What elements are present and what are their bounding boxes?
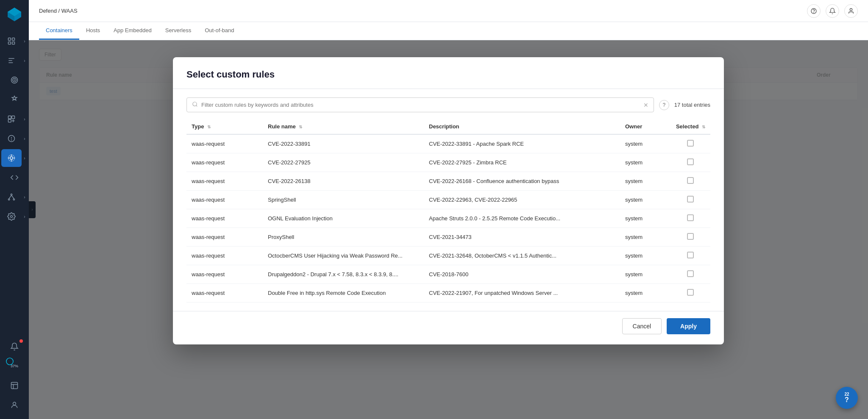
- apply-button[interactable]: Apply: [667, 318, 710, 334]
- table-row: waas-request ProxyShell CVE-2021-34473 s…: [186, 228, 710, 247]
- profile-icon-btn[interactable]: [844, 4, 858, 18]
- tab-app-embedded[interactable]: App Embedded: [107, 22, 159, 40]
- cell-selected-6[interactable]: [671, 247, 710, 265]
- main-content: Defend / WAAS Containers Hosts App Embed: [29, 0, 868, 419]
- sidebar-item-network[interactable]: ›: [0, 188, 29, 206]
- cell-desc-1: CVE-2022-27925 - Zimbra RCE: [424, 153, 620, 172]
- sidebar-alerts-icon[interactable]: [1, 130, 22, 147]
- sidebar-item-defend[interactable]: ›: [0, 149, 29, 167]
- cell-selected-4[interactable]: [671, 209, 710, 228]
- help-badge[interactable]: 22 ?: [836, 387, 858, 409]
- sidebar-item-settings[interactable]: ›: [0, 208, 29, 225]
- checkbox-8[interactable]: [687, 289, 694, 296]
- top-bar-actions: [807, 4, 858, 18]
- modal-help-icon[interactable]: ?: [659, 100, 669, 110]
- svg-rect-30: [11, 383, 18, 389]
- checkbox-5[interactable]: [687, 233, 694, 240]
- notifications-icon-btn[interactable]: [826, 4, 839, 18]
- modal-footer: Cancel Apply: [173, 311, 724, 344]
- checkbox-7[interactable]: [687, 270, 694, 277]
- sidebar-item-compliance[interactable]: [0, 91, 29, 108]
- cell-selected-8[interactable]: [671, 284, 710, 302]
- checkbox-6[interactable]: [687, 252, 694, 258]
- sidebar-bottom: 37%: [4, 338, 25, 414]
- tab-hosts[interactable]: Hosts: [79, 22, 107, 40]
- sidebar-bookmark-icon[interactable]: [4, 377, 25, 394]
- sidebar-code-icon[interactable]: [4, 169, 25, 186]
- svg-point-37: [193, 102, 197, 106]
- sidebar-item-user[interactable]: [4, 396, 25, 414]
- type-sort-icon[interactable]: ⇅: [207, 125, 211, 129]
- app-logo[interactable]: [5, 5, 24, 24]
- sidebar-item-monitor[interactable]: ›: [0, 52, 29, 69]
- sidebar-progress-icon[interactable]: 37%: [4, 357, 25, 375]
- checkbox-4[interactable]: [687, 214, 694, 221]
- cell-desc-2: CVE-2022-26168 - Confluence authenticati…: [424, 172, 620, 191]
- cell-selected-3[interactable]: [671, 191, 710, 209]
- sidebar-compliance-icon[interactable]: [4, 91, 25, 108]
- col-header-owner[interactable]: Owner: [620, 119, 671, 134]
- tab-containers[interactable]: Containers: [39, 22, 79, 40]
- sidebar-item-alerts[interactable]: ›: [0, 130, 29, 147]
- sidebar-network-icon[interactable]: [1, 188, 22, 206]
- tab-out-of-band[interactable]: Out-of-band: [198, 22, 241, 40]
- cell-selected-1[interactable]: [671, 153, 710, 172]
- checkbox-1[interactable]: [687, 158, 694, 165]
- sidebar-item-icon[interactable]: [1, 32, 22, 50]
- sidebar-item-radar[interactable]: [0, 71, 29, 89]
- selected-sort-icon[interactable]: ⇅: [702, 125, 705, 129]
- sidebar-settings-icon[interactable]: [1, 208, 22, 225]
- table-row: waas-request Double Free in http.sys Rem…: [186, 284, 710, 302]
- svg-rect-16: [8, 119, 11, 122]
- col-header-selected[interactable]: Selected ⇅: [671, 119, 710, 134]
- col-header-type[interactable]: Type ⇅: [186, 119, 263, 134]
- table-scroll[interactable]: Type ⇅ Rule name ⇅ Descripti: [186, 119, 710, 302]
- rules-table: Type ⇅ Rule name ⇅ Descripti: [186, 119, 710, 302]
- cell-name-2: CVE-2022-26138: [263, 172, 424, 191]
- sidebar-item-code[interactable]: [0, 169, 29, 186]
- search-input[interactable]: [201, 102, 640, 108]
- svg-line-38: [196, 105, 198, 107]
- rule-name-sort-icon[interactable]: ⇅: [299, 125, 302, 129]
- cell-type-0: waas-request: [186, 134, 263, 153]
- cell-type-4: waas-request: [186, 209, 263, 228]
- help-icon-btn[interactable]: [807, 4, 821, 18]
- sidebar-defend-icon[interactable]: [1, 149, 22, 167]
- checkbox-3[interactable]: [687, 196, 694, 203]
- checkbox-0[interactable]: [687, 140, 694, 147]
- breadcrumb-parent: Defend: [39, 8, 57, 14]
- sidebar-monitor-expand: ›: [22, 52, 28, 69]
- sidebar-item-investigate[interactable]: ›: [0, 110, 29, 128]
- sidebar-network-expand: ›: [22, 188, 28, 206]
- search-clear-icon[interactable]: ✕: [643, 102, 648, 108]
- cell-selected-0[interactable]: [671, 134, 710, 153]
- cell-selected-5[interactable]: [671, 228, 710, 247]
- sidebar-item-dashboard[interactable]: ›: [0, 32, 29, 50]
- cell-name-5: ProxyShell: [263, 228, 424, 247]
- sidebar-item-bell[interactable]: [4, 338, 25, 355]
- sidebar-investigate-expand: ›: [22, 110, 28, 128]
- col-header-description[interactable]: Description: [424, 119, 620, 134]
- modal-dialog: Select custom rules ✕: [173, 57, 724, 344]
- svg-rect-4: [8, 38, 11, 41]
- cell-desc-4: Apache Struts 2.0.0 - 2.5.25 Remote Code…: [424, 209, 620, 228]
- cell-owner-4: system: [620, 209, 671, 228]
- tab-serverless[interactable]: Serverless: [159, 22, 198, 40]
- cancel-button[interactable]: Cancel: [622, 318, 662, 334]
- modal-overlay: Select custom rules ✕: [29, 40, 868, 419]
- sidebar-bell-icon[interactable]: [4, 338, 25, 355]
- checkbox-2[interactable]: [687, 177, 694, 184]
- table-row: waas-request Drupalgeddon2 - Drupal 7.x …: [186, 265, 710, 284]
- sidebar-investigate-icon[interactable]: [1, 110, 22, 128]
- cell-selected-7[interactable]: [671, 265, 710, 284]
- sidebar-user-icon[interactable]: [4, 396, 25, 414]
- col-header-rule-name[interactable]: Rule name ⇅: [263, 119, 424, 134]
- sidebar-radar-icon[interactable]: [4, 71, 25, 89]
- cell-selected-2[interactable]: [671, 172, 710, 191]
- sidebar-monitor-icon[interactable]: [1, 52, 22, 69]
- help-badge-inner: 22 ?: [844, 392, 849, 403]
- sidebar-item-progress[interactable]: 37%: [4, 357, 25, 375]
- sidebar: › › › ›: [0, 0, 29, 419]
- sidebar-item-bookmark[interactable]: [4, 377, 25, 394]
- svg-point-35: [814, 12, 814, 13]
